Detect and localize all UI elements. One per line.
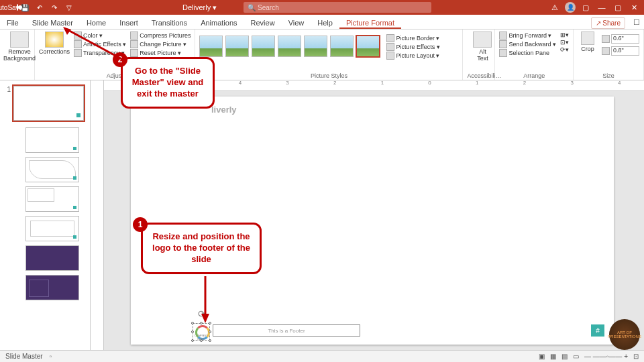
arrange-group-label: Arrange [499, 72, 569, 79]
style-tile[interactable] [225, 36, 249, 57]
redo-icon[interactable]: ↷ [48, 1, 60, 13]
view-slideshow-icon[interactable]: ▭ [573, 353, 579, 360]
thumb-indicator [73, 235, 76, 239]
tab-picture-format[interactable]: Picture Format [339, 17, 401, 29]
style-gallery[interactable] [199, 32, 380, 57]
master-thumbnail[interactable]: 1 [3, 86, 87, 121]
layout-thumb[interactable] [25, 127, 79, 153]
footer-placeholder[interactable]: This is a Footer [213, 324, 360, 337]
style-tile[interactable] [252, 36, 275, 57]
border-label: Picture Border ▾ [396, 35, 439, 42]
style-tile[interactable] [278, 36, 301, 57]
group-size: Crop 0.6" 0.8" Size [574, 29, 644, 80]
search-box[interactable]: 🔍 Search [244, 2, 431, 13]
tab-review[interactable]: Review [244, 17, 282, 29]
width-field[interactable]: 0.8" [602, 46, 639, 56]
change-picture-button[interactable]: Change Picture ▾ [130, 40, 191, 48]
alt-text-button[interactable]: Alt Text [467, 32, 498, 62]
selection-pane-button[interactable]: Selection Pane [499, 49, 556, 57]
thumb-indicator [73, 176, 76, 180]
maximize-icon[interactable]: ▢ [612, 3, 624, 12]
alt-text-icon [473, 32, 492, 48]
compress-label: Compress Pictures [140, 32, 191, 39]
alt-text-label: Alt Text [477, 48, 488, 62]
autosave-toggle[interactable]: AutoSave [4, 1, 16, 13]
tab-help[interactable]: Help [311, 17, 339, 29]
style-tile[interactable] [356, 36, 380, 57]
layout-thumb[interactable] [25, 275, 79, 300]
layout-label: Picture Layout ▾ [396, 52, 439, 59]
present-icon[interactable]: ▽ [63, 1, 75, 13]
callout-1: Resize and position the logo to the foot… [141, 223, 262, 274]
picture-border-button[interactable]: Picture Border ▾ [386, 34, 439, 42]
tab-view[interactable]: View [282, 17, 311, 29]
change-picture-icon [130, 40, 138, 48]
logo-image-selected[interactable]: COMPANY NAME [193, 323, 210, 341]
style-tile[interactable] [330, 36, 354, 57]
reset-picture-button[interactable]: Reset Picture ▾ [130, 49, 191, 57]
autosave-pill[interactable] [17, 4, 18, 11]
style-tile[interactable] [199, 36, 223, 57]
height-value[interactable]: 0.6" [611, 34, 639, 44]
account-avatar[interactable]: 👤 [565, 2, 576, 13]
vertical-ruler [91, 80, 104, 350]
layout-thumb[interactable] [25, 186, 79, 212]
warning-icon[interactable]: ⚠ [549, 3, 561, 12]
thumbnail-panel[interactable]: 1 [0, 80, 91, 350]
align-button[interactable]: ⊞▾ [560, 32, 569, 38]
search-icon: 🔍 [248, 4, 256, 11]
crop-button[interactable]: Crop [578, 32, 598, 52]
comments-icon[interactable]: ☐ [629, 16, 644, 29]
minimize-icon[interactable]: — [596, 3, 608, 11]
work-area: 1 5 4 3 2 1 0 1 2 3 4 5 liverly ⟳ [0, 80, 644, 350]
thumb-number: 1 [3, 86, 11, 121]
size-group-label: Size [578, 72, 639, 79]
view-sorter-icon[interactable]: ▦ [550, 353, 556, 360]
style-tile[interactable] [304, 36, 327, 57]
layout-thumb[interactable] [25, 157, 79, 182]
undo-icon[interactable]: ↶ [34, 1, 46, 13]
svg-marker-0 [63, 27, 71, 35]
tab-file[interactable]: File [0, 17, 25, 29]
zoom-slider[interactable]: — ——◦—— + [584, 353, 628, 360]
remove-bg-label: Remove Background [3, 48, 36, 62]
brand-logo: liverly [211, 105, 237, 115]
search-placeholder: Search [258, 4, 279, 11]
width-value[interactable]: 0.8" [611, 46, 639, 56]
rotate-button[interactable]: ⟳▾ [560, 46, 569, 53]
watermark-badge: ART OF PRESENTATIONS [609, 319, 640, 350]
status-accessibility-icon[interactable]: ▫ [50, 353, 52, 360]
selection-pane-icon [499, 49, 507, 57]
thumb-indicator [73, 147, 76, 150]
change-picture-label: Change Picture ▾ [140, 41, 186, 48]
remove-bg-icon [10, 32, 29, 48]
ribbon-display-icon[interactable]: ▢ [580, 3, 592, 12]
thumb-master[interactable] [13, 86, 84, 121]
share-button[interactable]: ↗ Share [591, 17, 625, 29]
layout-thumb[interactable] [25, 245, 79, 271]
picture-layout-button[interactable]: Picture Layout ▾ [386, 52, 439, 60]
fit-to-window-icon[interactable]: ⊡ [633, 353, 639, 360]
view-reading-icon[interactable]: ▤ [561, 353, 568, 360]
close-icon[interactable]: ✕ [628, 3, 640, 12]
document-title[interactable]: Deliverly ▾ [182, 3, 217, 12]
tab-animations[interactable]: Animations [194, 17, 244, 29]
compress-button[interactable]: Compress Pictures [130, 32, 191, 40]
bring-forward-label: Bring Forward ▾ [508, 32, 551, 39]
view-normal-icon[interactable]: ▣ [539, 353, 545, 360]
layout-thumb[interactable] [25, 216, 79, 241]
send-backward-button[interactable]: Send Backward ▾ [499, 40, 556, 48]
slide-number-placeholder[interactable]: # [591, 324, 604, 337]
bring-forward-button[interactable]: Bring Forward ▾ [499, 32, 556, 40]
remove-bg-button[interactable]: Remove Background [4, 32, 35, 62]
picture-effects-button[interactable]: Picture Effects ▾ [386, 43, 439, 51]
group-button[interactable]: ⊡▾ [560, 39, 569, 46]
send-backward-label: Send Backward ▾ [508, 41, 556, 48]
tab-transitions[interactable]: Transitions [145, 17, 194, 29]
canvas[interactable]: liverly ⟳ COMPANY NAME This is a Footer … [104, 91, 644, 350]
callout-2-text: Go to the "Slide Master" view and exit t… [132, 66, 204, 99]
height-field[interactable]: 0.6" [602, 34, 639, 44]
status-view-label: Slide Master [5, 353, 43, 360]
title-bar: AutoSave 💾 ↶ ↷ ▽ Deliverly ▾ 🔍 Search ⚠ … [0, 0, 644, 15]
group-picture-styles: Picture Border ▾ Picture Effects ▾ Pictu… [195, 29, 463, 80]
